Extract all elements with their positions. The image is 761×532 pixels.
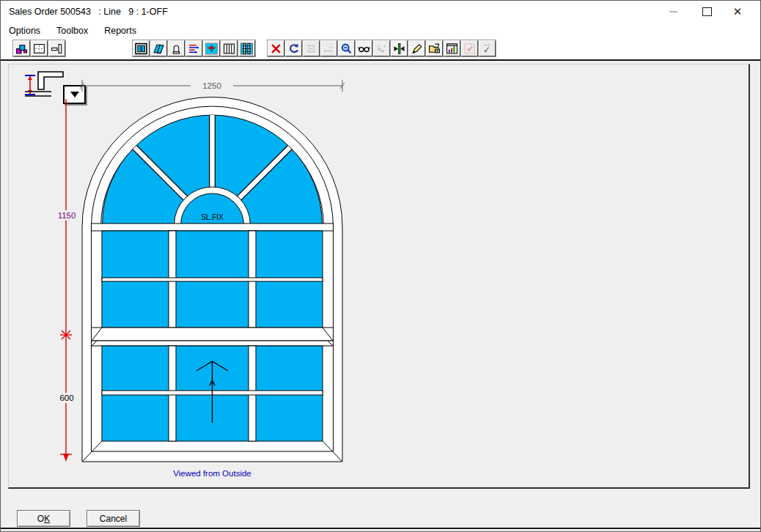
- mullions-icon: [223, 43, 235, 55]
- draw-pen-button[interactable]: [408, 40, 425, 56]
- delete-button[interactable]: [268, 40, 284, 56]
- export-button[interactable]: [426, 40, 443, 56]
- close-button[interactable]: ✕: [721, 1, 754, 23]
- annotations-icon: [375, 43, 388, 55]
- mullions-button[interactable]: [221, 40, 238, 56]
- cancel-button[interactable]: Cancel: [87, 510, 140, 527]
- frame-style-icon: [135, 43, 147, 55]
- height-dimension-arrow: [63, 454, 69, 462]
- survey-check-button[interactable]: [461, 40, 478, 56]
- toolbar: [1, 39, 760, 59]
- colour-chart-button[interactable]: [444, 40, 460, 56]
- width-dimension-label[interactable]: 1250: [202, 81, 221, 90]
- glazing-button[interactable]: [150, 40, 167, 56]
- glass-spec-label: SL.FIX: [201, 213, 224, 221]
- hardware-icon: [205, 43, 218, 55]
- maximize-button[interactable]: [690, 1, 724, 23]
- springing-transom: [92, 223, 334, 231]
- toolbar-group-2: [133, 40, 256, 56]
- title-bar: Sales Order 500543 : Line 9 : 1-OFF ✕: [1, 1, 760, 23]
- dimension-edit-button[interactable]: [320, 40, 337, 56]
- app-window: Sales Order 500543 : Line 9 : 1-OFF ✕ Op…: [0, 0, 761, 532]
- frame-grid-icon: [33, 43, 45, 55]
- colour-chart-icon: [446, 43, 458, 55]
- close-icon: ✕: [733, 5, 743, 18]
- minimize-icon: [669, 11, 677, 12]
- window-drawing[interactable]: 1250 1150 600: [9, 64, 390, 487]
- meeting-rail: [92, 328, 334, 341]
- anchor-marks-button[interactable]: [479, 40, 496, 56]
- window-title: Sales Order 500543 : Line 9 : 1-OFF: [9, 7, 168, 17]
- upper-height-label[interactable]: 1150: [58, 211, 76, 220]
- view-caption: Viewed from Outside: [173, 469, 251, 478]
- survey-check-icon: [463, 43, 476, 55]
- dimensions-button[interactable]: [303, 40, 320, 56]
- view-details-button[interactable]: [356, 40, 372, 56]
- delete-icon: [270, 43, 282, 55]
- menu-reports[interactable]: Reports: [96, 26, 144, 36]
- annotations-button[interactable]: [373, 40, 390, 56]
- transoms-icon: [240, 43, 253, 55]
- hardware-button[interactable]: [203, 40, 220, 56]
- export-icon: [428, 43, 441, 55]
- toolbar-group-3: [268, 40, 496, 56]
- frame-grid-button[interactable]: [31, 40, 48, 56]
- minimize-button[interactable]: [656, 1, 690, 23]
- undo-button[interactable]: [285, 40, 302, 56]
- upper-glazing-bar: [102, 278, 323, 281]
- undo-icon: [287, 43, 300, 55]
- lower-sash-top-rail: [92, 341, 334, 346]
- menu-toolbox[interactable]: Toolbox: [48, 26, 96, 36]
- tile-windows-icon: [15, 43, 28, 55]
- resize-icon: [393, 43, 405, 55]
- dimension-edit-icon: [323, 43, 335, 55]
- zoom-button[interactable]: [338, 40, 355, 56]
- draw-pen-icon: [411, 43, 423, 55]
- lower-height-label[interactable]: 600: [59, 394, 73, 402]
- vent-button[interactable]: [168, 40, 185, 56]
- profile-section-button[interactable]: [48, 40, 65, 56]
- anchor-marks-icon: [481, 43, 493, 55]
- toolbar-group-1: [13, 40, 66, 56]
- height-dimension-line[interactable]: [60, 99, 72, 458]
- maximize-icon: [702, 7, 712, 16]
- menu-options[interactable]: Options: [1, 26, 48, 36]
- dimensions-icon: [305, 43, 317, 55]
- resize-button[interactable]: [391, 40, 408, 56]
- bar-settings-icon: [188, 43, 200, 55]
- zoom-icon: [340, 43, 353, 55]
- bottom-divider: [1, 528, 760, 529]
- toolbar-separator: [1, 59, 760, 61]
- menu-bar: Options Toolbox Reports: [1, 23, 760, 39]
- tile-windows-button[interactable]: [13, 40, 30, 56]
- vent-icon: [170, 43, 183, 55]
- ok-button[interactable]: OK: [17, 510, 70, 527]
- glazing-icon: [152, 43, 165, 55]
- view-details-icon: [358, 43, 370, 55]
- bar-settings-button[interactable]: [185, 40, 202, 56]
- frame-style-button[interactable]: [133, 40, 150, 56]
- profile-section-icon: [51, 43, 63, 55]
- drawing-canvas[interactable]: 1250 1150 600: [8, 64, 750, 489]
- transoms-button[interactable]: [238, 40, 255, 56]
